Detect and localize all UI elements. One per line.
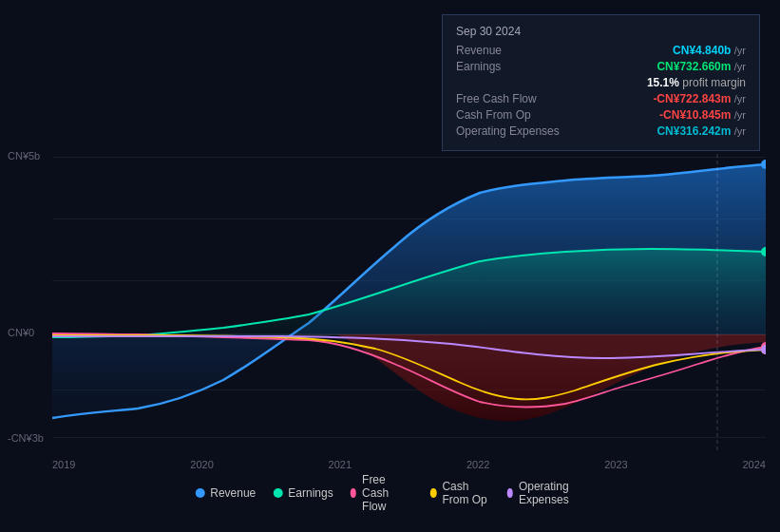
x-label-2023: 2023 [604, 459, 627, 470]
x-axis-labels: 2019 2020 2021 2022 2023 2024 [52, 459, 766, 470]
tooltip-row-fcf: Free Cash Flow -CN¥722.843m /yr [456, 92, 746, 105]
negative-area [337, 334, 766, 421]
x-label-2019: 2019 [52, 459, 75, 470]
tooltip-value-opex: CN¥316.242m /yr [656, 124, 746, 138]
x-label-2022: 2022 [466, 459, 489, 470]
y-label-top: CN¥5b [8, 150, 40, 162]
chart-legend: Revenue Earnings Free Cash Flow Cash Fro… [195, 473, 585, 513]
legend-dot-revenue [195, 488, 204, 498]
legend-label-cashfromop: Cash From Op [442, 480, 489, 506]
tooltip-label-opex: Operating Expenses [456, 124, 561, 138]
legend-dot-fcf [351, 488, 356, 498]
tooltip-row-cashfromop: Cash From Op -CN¥10.845m /yr [456, 108, 746, 122]
y-label-bottom: -CN¥3b [8, 432, 44, 444]
tooltip-row-profit-margin: 15.1% profit margin [456, 76, 746, 89]
legend-item-opex[interactable]: Operating Expenses [507, 480, 585, 506]
x-label-2021: 2021 [329, 459, 352, 470]
y-label-zero: CN¥0 [8, 327, 34, 338]
tooltip-row-opex: Operating Expenses CN¥316.242m /yr [456, 124, 746, 138]
tooltip-value-revenue: CN¥4.840b /yr [673, 44, 746, 57]
legend-label-opex: Operating Expenses [519, 480, 585, 506]
tooltip-value-fcf: -CN¥722.843m /yr [653, 92, 746, 105]
x-label-2024: 2024 [742, 459, 765, 470]
tooltip-box: Sep 30 2024 Revenue CN¥4.840b /yr Earnin… [442, 14, 760, 151]
tooltip-row-revenue: Revenue CN¥4.840b /yr [456, 44, 746, 57]
chart-svg [52, 147, 766, 451]
legend-item-fcf[interactable]: Free Cash Flow [351, 473, 413, 513]
legend-label-earnings: Earnings [288, 486, 333, 500]
legend-dot-opex [507, 488, 513, 498]
chart-container: Sep 30 2024 Revenue CN¥4.840b /yr Earnin… [0, 0, 780, 532]
tooltip-value-profit: 15.1% profit margin [647, 76, 746, 89]
tooltip-label-fcf: Free Cash Flow [456, 92, 561, 105]
tooltip-label-revenue: Revenue [456, 44, 561, 57]
legend-item-cashfromop[interactable]: Cash From Op [430, 480, 489, 506]
legend-item-revenue[interactable]: Revenue [195, 486, 256, 500]
legend-item-earnings[interactable]: Earnings [273, 486, 333, 500]
legend-dot-cashfromop [430, 488, 436, 498]
legend-dot-earnings [273, 488, 282, 498]
tooltip-label-earnings: Earnings [456, 60, 561, 73]
tooltip-value-earnings: CN¥732.660m /yr [656, 60, 746, 73]
x-label-2020: 2020 [190, 459, 213, 470]
tooltip-value-cashfromop: -CN¥10.845m /yr [659, 108, 746, 122]
tooltip-row-earnings: Earnings CN¥732.660m /yr [456, 60, 746, 73]
tooltip-date: Sep 30 2024 [456, 25, 746, 38]
legend-label-fcf: Free Cash Flow [362, 473, 413, 513]
tooltip-label-cashfromop: Cash From Op [456, 108, 561, 122]
legend-label-revenue: Revenue [210, 486, 256, 500]
